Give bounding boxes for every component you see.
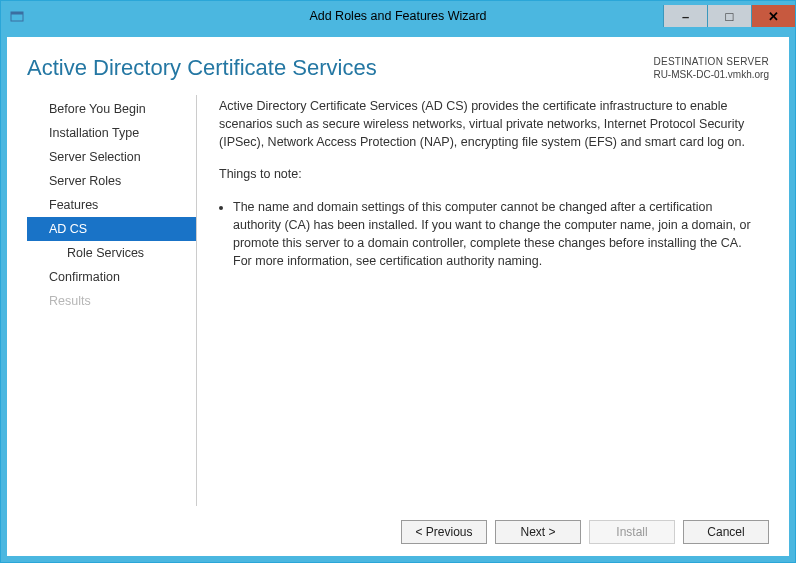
step-server-roles[interactable]: Server Roles <box>27 169 196 193</box>
intro-text: Active Directory Certificate Services (A… <box>219 97 761 151</box>
step-features[interactable]: Features <box>27 193 196 217</box>
previous-button[interactable]: < Previous <box>401 520 487 544</box>
step-before-you-begin[interactable]: Before You Begin <box>27 97 196 121</box>
titlebar: Add Roles and Features Wizard – □ ✕ <box>1 1 795 31</box>
cancel-button[interactable]: Cancel <box>683 520 769 544</box>
minimize-button[interactable]: – <box>663 5 707 27</box>
step-results: Results <box>27 289 196 313</box>
svg-rect-1 <box>11 12 23 15</box>
main-content: Active Directory Certificate Services (A… <box>197 95 769 506</box>
step-server-selection[interactable]: Server Selection <box>27 145 196 169</box>
footer: < Previous Next > Install Cancel <box>27 506 769 544</box>
install-button: Install <box>589 520 675 544</box>
wizard-icon <box>9 8 25 24</box>
wizard-window: Add Roles and Features Wizard – □ ✕ Acti… <box>0 0 796 563</box>
next-button[interactable]: Next > <box>495 520 581 544</box>
content-frame: Active Directory Certificate Services DE… <box>1 31 795 562</box>
destination-server: DESTINATION SERVER RU-MSK-DC-01.vmkh.org <box>653 55 769 81</box>
page-title: Active Directory Certificate Services <box>27 55 377 81</box>
wizard-inner: Active Directory Certificate Services DE… <box>7 37 789 556</box>
step-ad-cs[interactable]: AD CS <box>27 217 196 241</box>
wizard-body: Before You Begin Installation Type Serve… <box>27 95 769 506</box>
note-heading: Things to note: <box>219 165 761 183</box>
note-list: The name and domain settings of this com… <box>233 198 761 271</box>
step-role-services[interactable]: Role Services <box>27 241 196 265</box>
header-row: Active Directory Certificate Services DE… <box>27 55 769 81</box>
note-bullet: The name and domain settings of this com… <box>233 198 761 271</box>
destination-label: DESTINATION SERVER <box>653 55 769 68</box>
step-installation-type[interactable]: Installation Type <box>27 121 196 145</box>
close-button[interactable]: ✕ <box>751 5 795 27</box>
maximize-button[interactable]: □ <box>707 5 751 27</box>
destination-value: RU-MSK-DC-01.vmkh.org <box>653 68 769 81</box>
sidebar: Before You Begin Installation Type Serve… <box>27 95 197 506</box>
step-confirmation[interactable]: Confirmation <box>27 265 196 289</box>
window-controls: – □ ✕ <box>663 5 795 27</box>
